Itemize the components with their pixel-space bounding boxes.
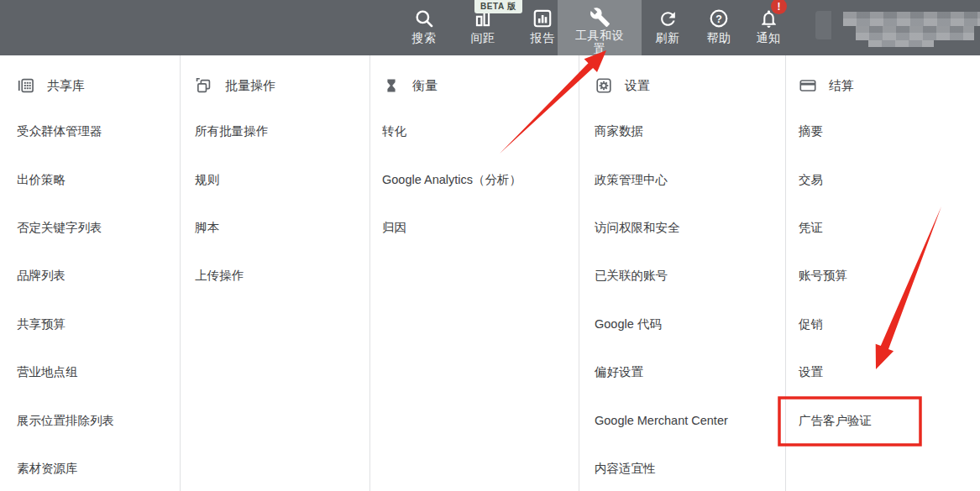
menu-column-header: 衡量 (382, 67, 579, 104)
menu-item-business-data[interactable]: 商家数据 (595, 107, 785, 155)
menu-item-linked-accounts[interactable]: 已关联的账号 (595, 252, 785, 300)
menu-item-shared-budgets[interactable]: 共享预算 (17, 300, 180, 348)
menu-column-title: 衡量 (412, 78, 438, 94)
topbar-reports-label: 报告 (531, 31, 555, 44)
menu-item-access-and-security[interactable]: 访问权限和安全 (595, 204, 785, 252)
menu-item-brand-lists[interactable]: 品牌列表 (17, 252, 180, 300)
menu-item-preferences[interactable]: 偏好设置 (595, 348, 785, 396)
menu-item-uploads[interactable]: 上传操作 (195, 252, 369, 300)
menu-column-measurement: 衡量 转化 Google Analytics（分析） 归因 (370, 55, 579, 491)
topbar-refresh-label: 刷新 (656, 31, 680, 44)
menu-column-header: 共享库 (17, 67, 180, 104)
svg-text:?: ? (715, 13, 722, 25)
menu-column-title: 结算 (829, 78, 854, 94)
menu-item-google-tag[interactable]: Google 代码 (595, 300, 785, 348)
tools-and-settings-menu: 共享库 受众群体管理器 出价策略 否定关键字列表 品牌列表 共享预算 营业地点组… (0, 55, 980, 491)
setup-icon (595, 76, 613, 95)
redacted-account-info (856, 26, 974, 40)
menu-column-header: 结算 (799, 67, 980, 104)
menu-column-billing: 结算 摘要 交易 凭证 账号预算 促销 设置 广告客户验证 (786, 55, 980, 491)
menu-item-promotions[interactable]: 促销 (799, 300, 980, 348)
menu-item-billing-settings[interactable]: 设置 (799, 348, 980, 396)
menu-item-bid-strategies[interactable]: 出价策略 (17, 155, 180, 203)
topbar-help-button[interactable]: ? 帮助 (695, 0, 742, 55)
menu-item-rules[interactable]: 规则 (195, 155, 369, 203)
menu-item-all-bulk-actions[interactable]: 所有批量操作 (195, 107, 369, 155)
menu-column-title: 共享库 (47, 78, 85, 94)
menu-item-placement-exclusion-lists[interactable]: 展示位置排除列表 (17, 396, 180, 444)
redacted-avatar (815, 11, 831, 39)
menu-column-title: 设置 (625, 78, 650, 94)
help-icon: ? (708, 7, 730, 30)
menu-item-location-groups[interactable]: 营业地点组 (17, 348, 180, 396)
bulk-actions-icon (195, 76, 213, 95)
menu-item-transactions[interactable]: 交易 (799, 155, 980, 203)
menu-column-title: 批量操作 (225, 78, 275, 94)
menu-column-header: 设置 (595, 67, 785, 104)
topbar-refresh-button[interactable]: 刷新 (644, 0, 691, 55)
report-icon (532, 7, 553, 30)
topbar-search-button[interactable]: 搜索 (401, 0, 448, 55)
topbar: 搜索 间距 报告 工具和设置 刷新 ? 帮助 通知 ! (0, 0, 980, 55)
menu-item-conversions[interactable]: 转化 (382, 107, 579, 155)
menu-column-setup: 设置 商家数据 政策管理中心 访问权限和安全 已关联的账号 Google 代码 … (579, 55, 786, 491)
menu-item-negative-keyword-lists[interactable]: 否定关键字列表 (17, 204, 180, 252)
menu-item-google-merchant-center[interactable]: Google Merchant Center (595, 396, 785, 444)
topbar-notifications-label: 通知 (757, 31, 781, 44)
menu-item-audience-manager[interactable]: 受众群体管理器 (17, 107, 180, 155)
menu-item-attribution[interactable]: 归因 (382, 204, 579, 252)
menu-item-policy-manager[interactable]: 政策管理中心 (595, 155, 785, 203)
topbar-tools-and-settings-button[interactable]: 工具和设置 (558, 0, 642, 55)
menu-item-google-analytics[interactable]: Google Analytics（分析） (382, 155, 579, 203)
topbar-tools-and-settings-label: 工具和设置 (572, 29, 627, 55)
menu-column-shared-library: 共享库 受众群体管理器 出价策略 否定关键字列表 品牌列表 共享预算 营业地点组… (0, 55, 181, 491)
redacted-account-info (843, 12, 980, 26)
refresh-icon (658, 7, 679, 30)
search-icon (413, 7, 435, 30)
topbar-search-label: 搜索 (412, 31, 437, 44)
menu-item-documents[interactable]: 凭证 (799, 204, 980, 252)
beta-badge: BETA 版 (474, 0, 522, 13)
billing-icon (799, 76, 817, 95)
menu-column-header: 批量操作 (195, 67, 369, 104)
menu-item-account-budgets[interactable]: 账号预算 (799, 252, 980, 300)
menu-item-advertiser-verification[interactable]: 广告客户验证 (799, 396, 980, 444)
wrench-icon (590, 7, 611, 28)
topbar-insights-label: 间距 (471, 31, 495, 44)
menu-column-bulk-actions: 批量操作 所有批量操作 规则 脚本 上传操作 (181, 55, 370, 491)
menu-item-summary[interactable]: 摘要 (799, 107, 980, 155)
redacted-account-info (868, 40, 934, 47)
measurement-icon (382, 76, 401, 95)
topbar-help-label: 帮助 (707, 31, 731, 44)
topbar-notifications-button[interactable]: 通知 ! (744, 0, 793, 55)
notification-count-badge: ! (771, 0, 787, 14)
shared-library-icon (17, 76, 35, 95)
menu-item-scripts[interactable]: 脚本 (195, 204, 369, 252)
menu-item-asset-library[interactable]: 素材资源库 (17, 445, 180, 491)
menu-item-content-suitability[interactable]: 内容适宜性 (595, 445, 785, 491)
